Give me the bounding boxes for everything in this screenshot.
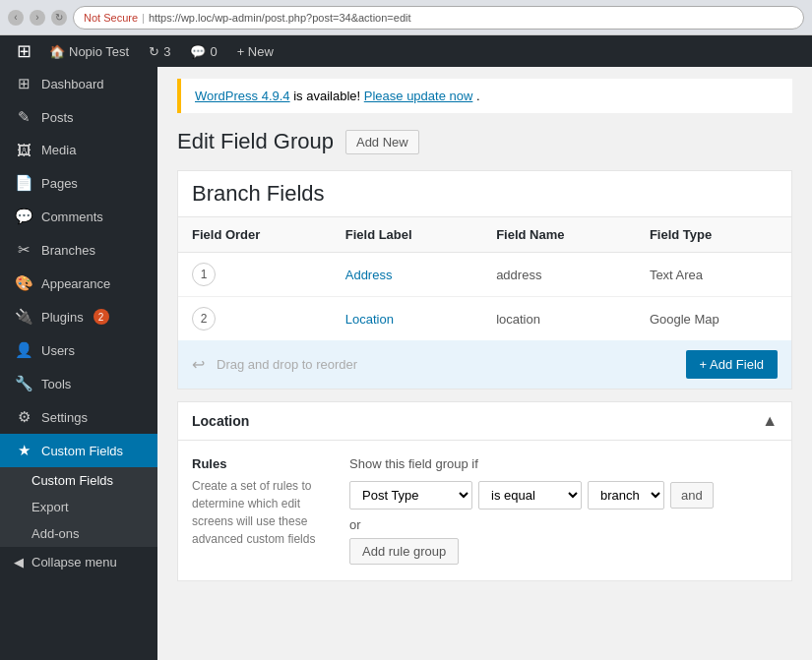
sidebar-item-media[interactable]: 🖼 Media (0, 134, 157, 166)
posts-icon: ✎ (14, 108, 33, 126)
rules-desc: Create a set of rules to determine which… (192, 477, 330, 548)
location-rules-col: Rules Create a set of rules to determine… (192, 456, 330, 565)
comments-icon: 💬 (190, 44, 206, 59)
drag-icon: ↩ (192, 355, 205, 374)
field-name-cell: address (482, 253, 636, 297)
update-now-link[interactable]: Please update now (364, 89, 473, 103)
sidebar-item-pages[interactable]: 📄 Pages (0, 166, 157, 200)
post-type-select[interactable]: Post Type Page Template Post Status (349, 481, 472, 510)
field-group-title-input[interactable] (192, 181, 778, 207)
new-item[interactable]: + New (227, 35, 283, 67)
tools-icon: 🔧 (14, 375, 33, 392)
add-rule-group-button[interactable]: Add rule group (349, 538, 459, 565)
col-field-label: Field Label (332, 217, 482, 253)
col-field-name: Field Name (482, 217, 636, 253)
pages-icon: 📄 (14, 174, 33, 192)
notice-middle-text: is available! (293, 89, 364, 103)
update-notice: WordPress 4.9.4 is available! Please upd… (177, 79, 792, 113)
field-group-box: Field Order Field Label Field Name Field… (177, 170, 792, 390)
url-divider: | (142, 12, 145, 24)
sidebar-item-appearance[interactable]: 🎨 Appearance (0, 267, 157, 300)
collapse-location-icon: ▲ (762, 412, 778, 430)
add-new-button[interactable]: Add New (345, 130, 419, 154)
field-name-cell: location (482, 297, 636, 341)
branches-icon: ✂ (14, 241, 33, 259)
sidebar-item-settings[interactable]: ⚙ Settings (0, 400, 157, 434)
custom-fields-icon: ★ (14, 442, 33, 459)
drag-info: ↩ Drag and drop to reorder (192, 355, 357, 374)
table-row: 1 Address address Text Area (178, 253, 791, 297)
field-order-cell: 2 (178, 297, 332, 341)
home-icon: 🏠 (49, 44, 65, 59)
collapse-icon: ◀ (14, 555, 24, 570)
sidebar-item-custom-fields[interactable]: ★ Custom Fields (0, 434, 157, 467)
table-row: 2 Location location Google Map (178, 297, 791, 341)
location-header[interactable]: Location ▲ (178, 402, 791, 441)
updates-icon: ↻ (149, 44, 159, 59)
fields-table: Field Order Field Label Field Name Field… (178, 217, 791, 340)
plugins-icon: 🔌 (14, 308, 33, 326)
drag-text: Drag and drop to reorder (217, 357, 357, 372)
page-title: Edit Field Group (177, 129, 334, 154)
field-type-cell: Text Area (636, 253, 791, 297)
sidebar-item-branches[interactable]: ✂ Branches (0, 233, 157, 267)
location-box: Location ▲ Rules Create a set of rules t… (177, 401, 792, 581)
appearance-icon: 🎨 (14, 274, 33, 292)
value-select[interactable]: branch post page (588, 481, 664, 510)
operator-select[interactable]: is equal is not equal (478, 481, 582, 510)
comments-nav-icon: 💬 (14, 208, 33, 225)
field-group-title-row (178, 171, 791, 217)
field-label-cell: Location (332, 297, 482, 341)
back-button[interactable]: ‹ (8, 10, 24, 26)
collapse-menu[interactable]: ◀ Collapse menu (0, 547, 157, 577)
not-secure-label: Not Secure (84, 12, 138, 24)
or-text: or (349, 517, 778, 532)
sidebar-item-posts[interactable]: ✎ Posts (0, 100, 157, 134)
submenu-item-custom-fields[interactable]: Custom Fields (0, 467, 157, 494)
wp-version-link[interactable]: WordPress 4.9.4 (195, 89, 290, 103)
top-bar: ⊞ 🏠 Nopio Test ↻ 3 💬 0 + New (0, 35, 812, 67)
add-field-button[interactable]: + Add Field (686, 350, 778, 379)
sidebar: ⊞ Dashboard ✎ Posts 🖼 Media 📄 Pages 💬 Co… (0, 67, 157, 660)
browser-bar: ‹ › ↻ Not Secure | https://wp.loc/wp-adm… (0, 0, 812, 35)
dashboard-icon: ⊞ (14, 75, 33, 92)
show-if-label: Show this field group if (349, 456, 778, 471)
rule-row: Post Type Page Template Post Status is e… (349, 481, 778, 510)
col-field-order: Field Order (178, 217, 332, 253)
refresh-button[interactable]: ↻ (51, 10, 67, 26)
and-button[interactable]: and (670, 482, 714, 509)
address-field-link[interactable]: Address (345, 268, 393, 282)
url-bar: Not Secure | https://wp.loc/wp-admin/pos… (73, 6, 804, 30)
drag-drop-row: ↩ Drag and drop to reorder + Add Field (178, 340, 791, 389)
sidebar-item-users[interactable]: 👤 Users (0, 333, 157, 367)
sidebar-submenu: Custom Fields Export Add-ons (0, 467, 157, 547)
sidebar-item-tools[interactable]: 🔧 Tools (0, 367, 157, 400)
sidebar-item-plugins[interactable]: 🔌 Plugins 2 (0, 300, 157, 333)
order-circle: 2 (192, 307, 216, 330)
field-order-cell: 1 (178, 253, 332, 297)
location-body: Rules Create a set of rules to determine… (178, 441, 791, 580)
forward-button[interactable]: › (30, 10, 45, 26)
comments-item[interactable]: 💬 0 (180, 35, 226, 67)
field-label-cell: Address (332, 253, 482, 297)
field-type-cell: Google Map (636, 297, 791, 341)
sidebar-item-dashboard[interactable]: ⊞ Dashboard (0, 67, 157, 100)
content-area: WordPress 4.9.4 is available! Please upd… (157, 67, 812, 660)
wp-logo[interactable]: ⊞ (8, 35, 39, 67)
location-title: Location (192, 413, 249, 429)
sidebar-item-comments[interactable]: 💬 Comments (0, 200, 157, 233)
submenu-item-addons[interactable]: Add-ons (0, 520, 157, 547)
users-icon: 👤 (14, 341, 33, 359)
url-text: https://wp.loc/wp-admin/post.php?post=34… (149, 12, 411, 24)
location-field-link[interactable]: Location (345, 312, 394, 327)
location-fields-col: Show this field group if Post Type Page … (330, 456, 778, 565)
plugins-badge: 2 (94, 309, 109, 325)
order-circle: 1 (192, 263, 216, 286)
media-icon: 🖼 (14, 142, 33, 158)
site-name[interactable]: 🏠 Nopio Test (39, 35, 139, 67)
updates-item[interactable]: ↻ 3 (139, 35, 180, 67)
rules-title: Rules (192, 456, 330, 471)
page-title-row: Edit Field Group Add New (177, 129, 792, 154)
submenu-item-export[interactable]: Export (0, 494, 157, 520)
col-field-type: Field Type (636, 217, 791, 253)
